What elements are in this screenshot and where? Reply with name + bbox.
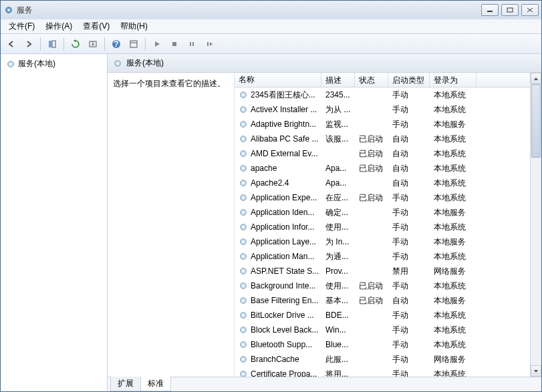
svg-point-30 [242,152,245,155]
service-status [355,123,388,126]
tab-standard[interactable]: 标准 [140,377,171,391]
service-row[interactable]: Block Level Back...Win...手动本地系统 [235,323,530,337]
service-logon: 本地系统 [430,338,477,352]
service-desc: Apa... [321,177,355,189]
service-startup: 手动 [388,323,430,337]
vertical-scrollbar[interactable] [530,73,541,377]
svg-rect-13 [172,42,176,46]
service-logon: 本地系统 [430,220,477,234]
titlebar[interactable]: 服务 [1,1,541,19]
service-icon [239,90,248,100]
service-status [355,255,388,258]
service-icon [239,252,248,261]
service-row[interactable]: BranchCache此服...手动网络服务 [235,352,530,367]
service-logon: 本地系统 [430,88,477,102]
service-row[interactable]: Application Man...为通...手动本地系统 [235,249,530,264]
menu-view[interactable]: 查看(V) [78,19,115,33]
col-status[interactable]: 状态 [355,73,388,87]
service-name: Adaptive Brightn... [251,120,316,129]
svg-point-40 [242,226,245,228]
stop-button[interactable] [166,36,182,52]
service-desc: 为从 ... [321,103,355,117]
help-button[interactable]: ? [108,36,124,52]
col-logon[interactable]: 登录为 [430,73,477,87]
service-status [355,314,388,317]
service-status: 已启动 [355,162,388,176]
service-icon [239,164,248,173]
scroll-track[interactable] [531,84,541,365]
scroll-down-button[interactable] [531,365,541,377]
service-row[interactable]: apacheApa...已启动自动本地系统 [235,161,530,176]
back-button[interactable] [3,36,19,52]
description-pane: 选择一个项目来查看它的描述。 [108,73,235,377]
svg-point-32 [242,167,245,170]
export-button[interactable] [85,36,101,52]
service-rows: 2345看图王核心...2345...手动本地系统ActiveX Install… [235,87,530,377]
service-name: BranchCache [251,355,299,364]
service-row[interactable]: ActiveX Installer ...为从 ...手动本地系统 [235,102,530,117]
service-logon: 本地系统 [430,103,477,117]
svg-rect-16 [207,42,209,46]
menu-file[interactable]: 文件(F) [3,19,40,33]
service-status: 已启动 [355,191,388,205]
pause-button[interactable] [184,36,200,52]
service-logon: 本地系统 [430,162,477,176]
scroll-up-button[interactable] [531,73,541,84]
col-startup[interactable]: 启动类型 [388,73,430,87]
minimize-button[interactable] [481,4,499,16]
restart-button[interactable] [201,36,217,52]
service-desc: BDE... [321,309,355,321]
service-row[interactable]: Application Expe...在应...已启动手动本地系统 [235,190,530,205]
service-row[interactable]: Apache2.4Apa...自动本地系统 [235,176,530,190]
col-desc[interactable]: 描述 [321,73,355,87]
service-row[interactable]: Base Filtering En...基本...已启动自动本地服务 [235,293,530,308]
service-desc [321,152,355,155]
service-row[interactable]: Alibaba PC Safe ...该服...已启动自动本地系统 [235,132,530,146]
show-hide-tree-button[interactable] [44,36,60,52]
col-name[interactable]: 名称 [235,73,321,87]
svg-point-34 [242,182,245,184]
service-row[interactable]: Background Inte...使用...已启动手动本地系统 [235,278,530,293]
service-row[interactable]: Certificate Propa...将用...手动本地系统 [235,367,530,377]
service-row[interactable]: Application Infor...使用...手动本地系统 [235,220,530,234]
service-name: Block Level Back... [251,325,318,335]
close-button[interactable] [521,4,539,16]
service-icon [239,105,248,114]
menu-help[interactable]: 帮助(H) [115,19,153,33]
service-logon: 本地系统 [430,132,477,146]
service-icon [239,120,248,129]
svg-rect-3 [507,8,513,12]
service-row[interactable]: AMD External Ev...已启动自动本地系统 [235,146,530,161]
forward-button[interactable] [21,36,37,52]
start-button[interactable] [149,36,165,52]
service-row[interactable]: Application Iden...确定...手动本地服务 [235,205,530,220]
service-row[interactable]: Application Laye...为 In...手动本地服务 [235,234,530,249]
properties-button[interactable] [126,36,142,52]
service-icon [239,208,248,217]
menu-action[interactable]: 操作(A) [40,19,78,33]
svg-point-54 [242,329,245,331]
service-row[interactable]: ASP.NET State S...Prov...禁用网络服务 [235,264,530,278]
main-pane: 服务(本地) 选择一个项目来查看它的描述。 名称 描述 状态 启动类型 登录为 [108,54,541,391]
svg-point-26 [242,123,245,126]
scroll-thumb[interactable] [531,84,541,158]
service-desc: 将用... [321,367,355,377]
refresh-button[interactable] [67,36,84,52]
service-row[interactable]: Adaptive Brightn...监视...手动本地服务 [235,117,530,132]
tab-extended[interactable]: 扩展 [110,377,141,391]
service-startup: 手动 [388,338,430,352]
service-row[interactable]: 2345看图王核心...2345...手动本地系统 [235,87,530,102]
service-logon: 本地服务 [430,294,477,308]
service-row[interactable]: Bluetooth Supp...Blue...手动本地系统 [235,337,530,352]
maximize-button[interactable] [501,4,519,16]
service-name: Application Expe... [251,193,317,202]
service-desc: 为 In... [321,235,355,249]
description-prompt: 选择一个项目来查看它的描述。 [113,78,229,89]
main-body: 选择一个项目来查看它的描述。 名称 描述 状态 启动类型 登录为 2345看图王… [108,73,541,377]
svg-rect-14 [190,42,191,46]
service-desc: 为通... [321,250,355,264]
nav-root-item[interactable]: 服务(本地) [3,57,104,71]
service-logon: 本地系统 [430,147,477,161]
service-row[interactable]: BitLocker Drive ...BDE...手动本地系统 [235,308,530,323]
service-logon: 网络服务 [430,353,477,367]
